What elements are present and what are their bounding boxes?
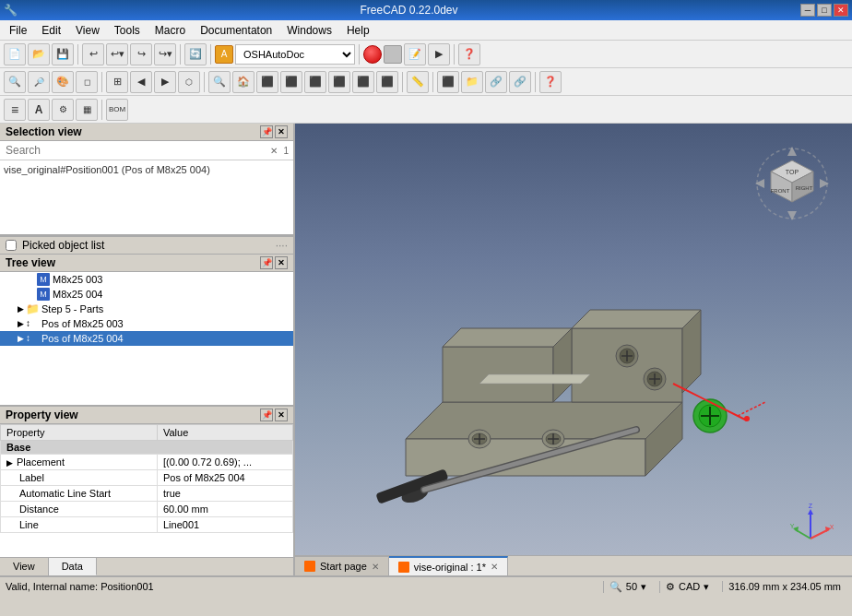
property-row[interactable]: ▶Placement [(0.00 0.72 0.69); ... — [1, 455, 293, 470]
macro-settings-button[interactable]: 📝 — [404, 43, 426, 65]
svg-text:TOP: TOP — [786, 169, 799, 175]
redo-button[interactable]: ↪ — [130, 43, 152, 65]
status-coords-section: 316.09 mm x 234.05 mm — [722, 581, 846, 592]
tree-item[interactable]: M M8x25 004 — [0, 287, 293, 302]
app-icon: 🔧 — [4, 4, 18, 17]
menu-file[interactable]: File — [2, 22, 34, 39]
search-clear-icon[interactable]: ✕ — [267, 146, 280, 156]
back-view-button[interactable]: ◀ — [130, 71, 152, 93]
front-view-button[interactable]: ⬛ — [256, 71, 278, 93]
tree-item[interactable]: ▶ 📁 Step 5 - Parts — [0, 302, 293, 316]
statusbar: Valid, Internal name: Position001 🔍 50 ▾… — [0, 575, 852, 596]
standard-views-button[interactable]: ⊞ — [106, 71, 128, 93]
tab-vise-original[interactable]: vise-original : 1* ✕ — [389, 556, 508, 575]
property-row[interactable]: Label Pos of M8x25 004 — [1, 470, 293, 486]
property-row[interactable]: Line Line001 — [1, 517, 293, 533]
menu-tools[interactable]: Tools — [107, 22, 148, 39]
tab-data[interactable]: Data — [49, 558, 97, 575]
layer-button[interactable]: ≡ — [4, 99, 26, 121]
vise-tab-close-icon[interactable]: ✕ — [491, 562, 498, 572]
execute-macro-button[interactable]: ▶ — [428, 43, 450, 65]
menu-windows[interactable]: Windows — [279, 22, 339, 39]
open-file-button[interactable]: 📂 — [28, 43, 50, 65]
tab-view[interactable]: View — [0, 558, 49, 575]
viewport[interactable]: TOP FRONT RIGHT Z X — [295, 124, 852, 575]
left-panel: Selection view 📌 ✕ ✕ 1 vise_original#Pos… — [0, 124, 295, 575]
measure-button[interactable]: 📏 — [407, 71, 429, 93]
new-group-button[interactable]: 📁 — [461, 71, 483, 93]
tree-expand[interactable] — [26, 274, 37, 285]
undo-history-button[interactable]: ↩▾ — [106, 43, 128, 65]
separator1 — [77, 44, 78, 65]
menu-view[interactable]: View — [68, 22, 107, 39]
zoom-dropdown-icon[interactable]: ▾ — [641, 581, 646, 593]
menu-edit[interactable]: Edit — [34, 22, 68, 39]
fill-button[interactable]: ▦ — [76, 99, 98, 121]
menu-help[interactable]: Help — [339, 22, 377, 39]
tree-item[interactable]: M M8x25 003 — [0, 272, 293, 287]
left-view-button[interactable]: ⬛ — [352, 71, 374, 93]
maximize-button[interactable]: □ — [817, 4, 832, 17]
tree-view-controls: 📌 ✕ — [260, 256, 288, 269]
isometric-view-button[interactable]: ⬛ — [328, 71, 350, 93]
undo-button[interactable]: ↩ — [82, 43, 104, 65]
tree-expand[interactable]: ▶ — [15, 318, 26, 329]
tree-view-pin[interactable]: 📌 — [260, 256, 273, 269]
tree-view-close[interactable]: ✕ — [275, 256, 288, 269]
home-view-button[interactable]: 🏠 — [232, 71, 254, 93]
menu-macro[interactable]: Macro — [148, 22, 193, 39]
whats-this-button[interactable]: ❓ — [539, 71, 562, 93]
refresh-button[interactable]: 🔄 — [184, 43, 207, 65]
shape-button[interactable]: ⚙ — [52, 99, 74, 121]
folder-icon: 📁 — [26, 302, 39, 315]
svg-marker-4 — [572, 310, 701, 328]
help-button[interactable]: ❓ — [458, 43, 480, 65]
fit-selection-button[interactable]: 🔎 — [28, 71, 50, 93]
selection-view-close[interactable]: ✕ — [275, 125, 288, 138]
tree-expand[interactable]: ▶ — [15, 303, 26, 314]
bottom-view-button[interactable]: ⬛ — [376, 71, 398, 93]
part-menu-button[interactable]: ⬛ — [437, 71, 459, 93]
top-view-button[interactable]: ⬛ — [280, 71, 302, 93]
selection-view-pin[interactable]: 📌 — [260, 125, 273, 138]
property-view-pin[interactable]: 📌 — [260, 409, 273, 421]
tree-expand[interactable]: ▶ — [15, 333, 26, 344]
tab-start-page[interactable]: Start page ✕ — [295, 556, 389, 575]
link-group-button[interactable]: 🔗 — [509, 71, 531, 93]
prop-expand-icon[interactable]: ▶ — [6, 458, 13, 468]
fit-all-button[interactable]: 🔍 — [4, 71, 26, 93]
text-button[interactable]: A — [28, 99, 50, 121]
mode-dropdown-icon[interactable]: ▾ — [704, 581, 709, 593]
record-macro-button[interactable] — [363, 45, 382, 64]
zoom-out-button[interactable]: 🔍 — [208, 71, 231, 93]
start-page-close-icon[interactable]: ✕ — [372, 562, 379, 572]
property-row[interactable]: Distance 60.00 mm — [1, 502, 293, 517]
stop-macro-button[interactable] — [384, 45, 402, 64]
forward-view-button[interactable]: ▶ — [154, 71, 176, 93]
redo-history-button[interactable]: ↪▾ — [154, 43, 176, 65]
minimize-button[interactable]: ─ — [800, 4, 815, 17]
model-body — [375, 310, 765, 506]
wireframe-button[interactable]: ◻ — [76, 71, 98, 93]
bom-button[interactable]: BOM — [106, 99, 128, 121]
tree-item-selected[interactable]: ▶ ↕ Pos of M8x25 004 — [0, 331, 293, 346]
3d-view-button[interactable]: ⬡ — [178, 71, 200, 93]
close-button[interactable]: ✕ — [834, 4, 848, 17]
draw-style-button[interactable]: 🎨 — [52, 71, 74, 93]
right-view-button[interactable]: ⬛ — [304, 71, 326, 93]
search-input[interactable] — [2, 142, 267, 159]
tree-expand[interactable] — [26, 289, 37, 300]
workbench-combo[interactable]: OSHAutoDoc — [235, 44, 355, 65]
new-file-button[interactable]: 📄 — [4, 43, 26, 65]
menu-documentation[interactable]: Documentaton — [193, 22, 279, 39]
separator10 — [535, 72, 536, 92]
property-row[interactable]: Automatic Line Start true — [1, 486, 293, 502]
nav-cube[interactable]: TOP FRONT RIGHT — [751, 142, 834, 225]
property-view-close[interactable]: ✕ — [275, 409, 288, 421]
tree-item[interactable]: ▶ ↕ Pos of M8x25 003 — [0, 316, 293, 331]
picked-object-checkbox[interactable] — [6, 240, 17, 251]
property-group-base: Base — [1, 441, 293, 455]
save-file-button[interactable]: 💾 — [52, 43, 74, 65]
link-button[interactable]: 🔗 — [485, 71, 507, 93]
property-view-header: Property view 📌 ✕ — [0, 407, 293, 424]
